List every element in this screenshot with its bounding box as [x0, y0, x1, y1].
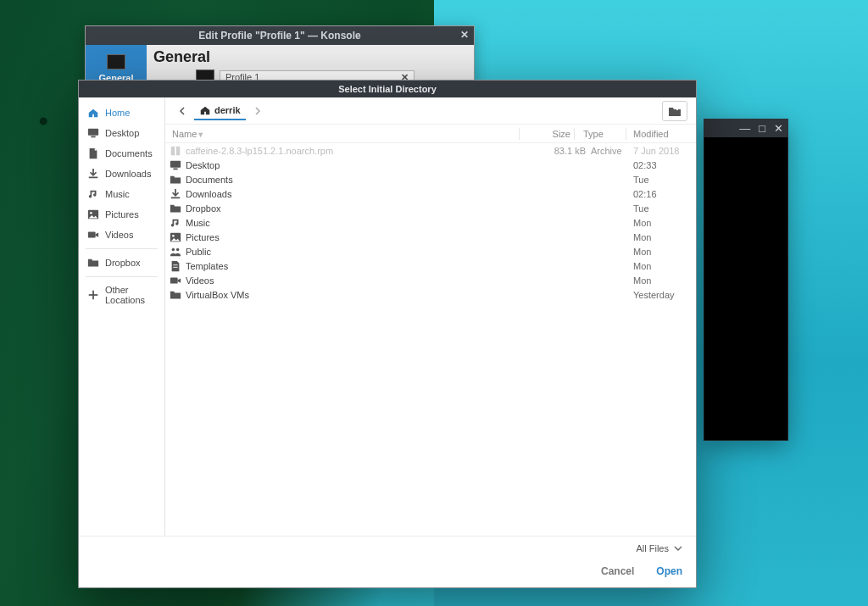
- place-dropbox[interactable]: Dropbox: [79, 253, 164, 273]
- file-row[interactable]: DropboxTue: [165, 201, 696, 215]
- svg-point-4: [90, 212, 92, 214]
- svg-point-17: [172, 247, 175, 251]
- file-modified: 02:16: [630, 189, 689, 199]
- place-other[interactable]: Other Locations: [79, 281, 164, 309]
- file-row[interactable]: VideosMon: [165, 273, 696, 287]
- document-icon: [87, 147, 99, 159]
- file-filter-label: All Files: [636, 543, 669, 553]
- svg-rect-19: [173, 264, 177, 265]
- file-name: Music: [182, 218, 538, 228]
- place-label: Documents: [105, 148, 153, 158]
- file-row[interactable]: Downloads02:16: [165, 186, 696, 201]
- file-row[interactable]: MusicMon: [165, 215, 696, 230]
- path-bar: derrik: [165, 97, 696, 125]
- places-sidebar: HomeDesktopDocumentsDownloadsMusicPictur…: [79, 97, 165, 536]
- terminal-icon: [107, 54, 125, 69]
- file-modified: Mon: [630, 247, 689, 257]
- folder-icon: [169, 174, 182, 186]
- breadcrumb-label: derrik: [214, 105, 241, 115]
- column-name[interactable]: Name▼: [169, 129, 515, 139]
- file-modified: 7 Jun 2018: [630, 146, 689, 156]
- svg-rect-9: [675, 107, 680, 108]
- file-modified: Tue: [630, 203, 689, 214]
- column-type[interactable]: Type: [578, 129, 622, 139]
- pictures-icon: [87, 208, 99, 220]
- file-type: Archive: [586, 146, 630, 156]
- file-row[interactable]: Desktop02:33: [165, 158, 696, 172]
- place-label: Home: [105, 108, 130, 118]
- desktop-icon: [87, 127, 99, 139]
- place-pictures[interactable]: Pictures: [79, 204, 164, 225]
- back-button[interactable]: [174, 102, 191, 120]
- close-icon[interactable]: ✕: [460, 29, 469, 41]
- place-desktop[interactable]: Desktop: [79, 123, 164, 143]
- svg-rect-11: [175, 146, 176, 155]
- place-downloads[interactable]: Downloads: [79, 164, 164, 184]
- place-home[interactable]: Home: [79, 103, 164, 123]
- place-documents[interactable]: Documents: [79, 143, 164, 164]
- terminal-window: [704, 119, 788, 441]
- column-headers[interactable]: Name▼ Size Type Modified: [165, 125, 696, 143]
- archive-icon: [169, 145, 182, 157]
- svg-rect-21: [170, 277, 178, 283]
- file-name: caffeine-2.8.3-lp151.2.1.noarch.rpm: [182, 146, 538, 156]
- music-icon: [87, 188, 99, 200]
- edit-profile-title: Edit Profile "Profile 1" — Konsole: [198, 30, 360, 42]
- file-row[interactable]: PublicMon: [165, 244, 696, 259]
- svg-rect-13: [173, 168, 177, 170]
- dialog-titlebar[interactable]: Select Initial Directory: [79, 81, 696, 97]
- svg-rect-14: [171, 197, 181, 198]
- file-name: VirtualBox VMs: [182, 290, 538, 300]
- file-row[interactable]: VirtualBox VMsYesterday: [165, 287, 696, 302]
- sort-indicator-icon: ▼: [197, 131, 204, 139]
- svg-rect-2: [89, 177, 98, 179]
- column-size[interactable]: Size: [523, 129, 570, 139]
- public-icon: [169, 246, 182, 258]
- folder-icon: [169, 203, 182, 214]
- svg-point-18: [176, 247, 180, 251]
- svg-rect-0: [88, 129, 98, 136]
- place-videos[interactable]: Videos: [79, 225, 164, 245]
- file-modified: Mon: [630, 275, 689, 286]
- place-music[interactable]: Music: [79, 184, 164, 204]
- videos-icon: [169, 275, 182, 286]
- terminal-titlebar[interactable]: [704, 119, 788, 137]
- file-row[interactable]: TemplatesMon: [165, 259, 696, 273]
- folder-icon: [169, 289, 182, 301]
- new-folder-button[interactable]: [662, 101, 687, 121]
- file-name: Documents: [182, 175, 538, 185]
- column-modified[interactable]: Modified: [630, 129, 689, 139]
- file-filter-dropdown[interactable]: All Files: [634, 542, 684, 555]
- file-name: Desktop: [182, 160, 538, 170]
- forward-button[interactable]: [249, 102, 266, 120]
- file-row: caffeine-2.8.3-lp151.2.1.noarch.rpm83.1 …: [165, 143, 696, 158]
- place-label: Downloads: [105, 169, 151, 179]
- pictures-icon: [169, 231, 182, 243]
- home-icon: [199, 104, 211, 116]
- plus-icon: [87, 289, 99, 301]
- minimize-icon[interactable]: [739, 123, 750, 134]
- file-name: Public: [182, 247, 538, 257]
- file-modified: Tue: [630, 175, 689, 185]
- file-list: caffeine-2.8.3-lp151.2.1.noarch.rpm83.1 …: [165, 143, 696, 536]
- cancel-button[interactable]: Cancel: [601, 565, 634, 577]
- close-icon[interactable]: [774, 123, 783, 134]
- template-icon: [169, 260, 182, 272]
- file-modified: Mon: [630, 261, 689, 271]
- place-label: Videos: [105, 230, 133, 240]
- file-name: Downloads: [182, 189, 538, 199]
- maximize-icon[interactable]: [759, 123, 765, 134]
- edit-profile-titlebar[interactable]: Edit Profile "Profile 1" — Konsole ✕: [86, 26, 474, 45]
- home-icon: [87, 107, 99, 119]
- file-dialog: Select Initial Directory HomeDesktopDocu…: [78, 80, 697, 588]
- file-row[interactable]: PicturesMon: [165, 230, 696, 244]
- svg-rect-5: [88, 232, 96, 238]
- new-folder-icon: [668, 105, 682, 117]
- file-modified: Mon: [630, 218, 689, 228]
- file-modified: Mon: [630, 232, 689, 242]
- place-label: Other Locations: [105, 285, 156, 305]
- open-button[interactable]: Open: [656, 565, 682, 577]
- file-row[interactable]: DocumentsTue: [165, 172, 696, 186]
- breadcrumb-home[interactable]: derrik: [194, 102, 246, 120]
- svg-rect-1: [91, 136, 95, 138]
